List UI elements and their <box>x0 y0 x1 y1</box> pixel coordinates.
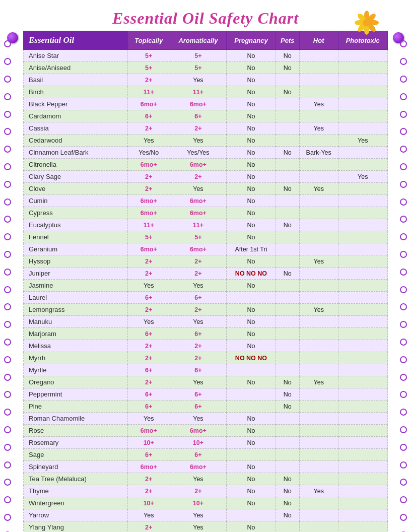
cell-phototoxic <box>338 304 388 316</box>
table-wrapper: Essential Oil Topically Aromatically Pre… <box>23 31 388 532</box>
circle-dot <box>4 40 11 47</box>
table-row: Citronella6mo+6mo+No <box>24 159 388 171</box>
cell-pregnancy: No <box>227 147 276 159</box>
cell-pets: No <box>276 376 299 388</box>
cell-topically: 6+ <box>127 364 170 376</box>
circle-dot <box>400 146 407 153</box>
cell-phototoxic <box>338 50 388 62</box>
circle-dot <box>400 444 407 451</box>
cell-phototoxic <box>338 110 388 122</box>
cell-pets <box>276 255 299 268</box>
cell-oil-name: Basil <box>24 74 128 86</box>
cell-phototoxic: Yes <box>338 171 388 183</box>
circle-dot <box>400 391 407 398</box>
cell-phototoxic <box>338 316 388 328</box>
circle-dot <box>400 233 407 240</box>
cell-hot <box>299 231 338 243</box>
cell-pregnancy: No <box>227 231 276 243</box>
cell-pets: No <box>276 485 299 497</box>
cell-aromatically: 10+ <box>170 437 227 449</box>
cell-aromatically: 2+ <box>170 171 227 183</box>
cell-pregnancy: No <box>227 135 276 147</box>
cell-oil-name: Tea Tree (Melaluca) <box>24 473 128 485</box>
cell-hot <box>299 449 338 461</box>
cell-hot <box>299 280 338 292</box>
cell-pets <box>276 364 299 376</box>
cell-pets <box>276 171 299 183</box>
cell-phototoxic <box>338 292 388 304</box>
cell-pets: No <box>276 147 299 159</box>
table-row: Roman ChamomileYesYesNo <box>24 413 388 425</box>
cell-topically: 2+ <box>127 340 170 352</box>
cell-oil-name: Manuku <box>24 316 128 328</box>
cell-topically: 2+ <box>127 255 170 268</box>
circle-dot <box>4 128 11 135</box>
cell-aromatically: Yes <box>170 376 227 388</box>
cell-hot <box>299 195 338 207</box>
circle-dot <box>400 216 407 223</box>
cell-oil-name: Eucalyptus <box>24 219 128 231</box>
circle-dot <box>400 356 407 363</box>
cell-topically: 11+ <box>127 219 170 231</box>
cell-pets <box>276 98 299 110</box>
cell-topically: 6+ <box>127 110 170 122</box>
circle-dot <box>400 111 407 118</box>
circle-dot <box>4 93 11 100</box>
cell-aromatically: Yes <box>170 509 227 521</box>
cell-pregnancy: No <box>227 521 276 533</box>
cell-pregnancy: NO NO NO <box>227 268 276 280</box>
circle-dot <box>400 181 407 188</box>
cell-pregnancy: No <box>227 183 276 195</box>
cell-aromatically: 2+ <box>170 255 227 268</box>
table-row: JasmineYesYesNo <box>24 280 388 292</box>
cell-oil-name: Cedarwood <box>24 135 128 147</box>
header-aromatically: Aromatically <box>170 31 227 50</box>
cell-pets <box>276 243 299 255</box>
cell-aromatically: 6mo+ <box>170 195 227 207</box>
cell-aromatically: 5+ <box>170 231 227 243</box>
table-row: Anise/Aniseed5+5+NoNo <box>24 62 388 74</box>
cell-oil-name: Ylang Ylang <box>24 521 128 533</box>
table-row: Tea Tree (Melaluca)2+YesNoNo <box>24 473 388 485</box>
cell-phototoxic: Yes <box>338 135 388 147</box>
cell-hot <box>299 135 338 147</box>
cell-pets: No <box>276 473 299 485</box>
table-row: Marjoram6+6+No <box>24 328 388 340</box>
cell-pets <box>276 110 299 122</box>
cell-oil-name: Clary Sage <box>24 171 128 183</box>
cell-pets <box>276 74 299 86</box>
table-row: Cinnamon Leaf/BarkYes/NoYes/YesNoNoBark-… <box>24 147 388 159</box>
cell-oil-name: Citronella <box>24 159 128 171</box>
cell-topically: 10+ <box>127 497 170 509</box>
cell-pregnancy: No <box>227 207 276 219</box>
cell-oil-name: Pine <box>24 401 128 413</box>
cell-hot <box>299 268 338 280</box>
table-row: Cassia2+2+NoYes <box>24 122 388 135</box>
cell-topically: 2+ <box>127 171 170 183</box>
cell-hot <box>299 243 338 255</box>
cell-oil-name: Fennel <box>24 231 128 243</box>
page-title: Essential Oil Safety Chart <box>9 9 402 28</box>
cell-aromatically: 2+ <box>170 485 227 497</box>
cell-oil-name: Roman Chamomile <box>24 413 128 425</box>
cell-topically: 2+ <box>127 521 170 533</box>
cell-hot <box>299 497 338 509</box>
cell-phototoxic <box>338 376 388 388</box>
cell-topically: 6+ <box>127 449 170 461</box>
svg-point-8 <box>363 19 371 27</box>
table-row: Eucalyptus11+11+NoNo <box>24 219 388 231</box>
cell-oil-name: Hyssop <box>24 255 128 268</box>
cell-hot <box>299 62 338 74</box>
circle-dot <box>4 163 11 170</box>
table-row: ManukuYesYesNo <box>24 316 388 328</box>
circle-dot <box>4 58 11 65</box>
cell-phototoxic <box>338 437 388 449</box>
cell-hot <box>299 74 338 86</box>
cell-aromatically: 2+ <box>170 304 227 316</box>
side-circles-right <box>398 35 409 532</box>
cell-oil-name: Oregano <box>24 376 128 388</box>
cell-pregnancy: No <box>227 98 276 110</box>
cell-pets <box>276 413 299 425</box>
header-oil: Essential Oil <box>24 31 128 50</box>
cell-hot <box>299 207 338 219</box>
